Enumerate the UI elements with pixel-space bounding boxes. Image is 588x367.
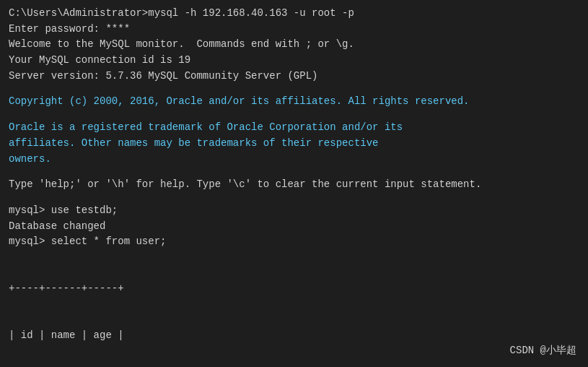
welcome-line: Welcome to the MySQL monitor. Commands e… <box>9 37 579 53</box>
spacer3 <box>9 167 579 177</box>
terminal-window[interactable]: C:\Users\Administrator>mysql -h 192.168.… <box>0 0 588 367</box>
use-line: mysql> use testdb; <box>9 203 579 219</box>
oracle1-line: Oracle is a registered trademark of Orac… <box>9 120 579 136</box>
select-line: mysql> select * from user; <box>9 234 579 250</box>
connection-line: Your MySQL connection id is 19 <box>9 53 579 69</box>
copyright-line: Copyright (c) 2000, 2016, Oracle and/or … <box>9 94 579 110</box>
table-separator-top: +----+------+-----+ <box>9 281 579 297</box>
cmd-line: C:\Users\Administrator>mysql -h 192.168.… <box>9 6 579 22</box>
table-output: +----+------+-----+ | id | name | age | … <box>9 250 579 367</box>
table-header: | id | name | age | <box>9 328 579 344</box>
spacer4 <box>9 193 579 203</box>
watermark: CSDN @小毕超 <box>510 344 576 357</box>
spacer1 <box>9 84 579 94</box>
db-changed-line: Database changed <box>9 219 579 235</box>
oracle3-line: owners. <box>9 152 579 168</box>
help-line: Type 'help;' or '\h' for help. Type '\c'… <box>9 177 579 193</box>
oracle2-line: affiliates. Other names may be trademark… <box>9 136 579 152</box>
spacer2 <box>9 110 579 120</box>
version-line: Server version: 5.7.36 MySQL Community S… <box>9 69 579 85</box>
password-line: Enter password: **** <box>9 22 579 38</box>
